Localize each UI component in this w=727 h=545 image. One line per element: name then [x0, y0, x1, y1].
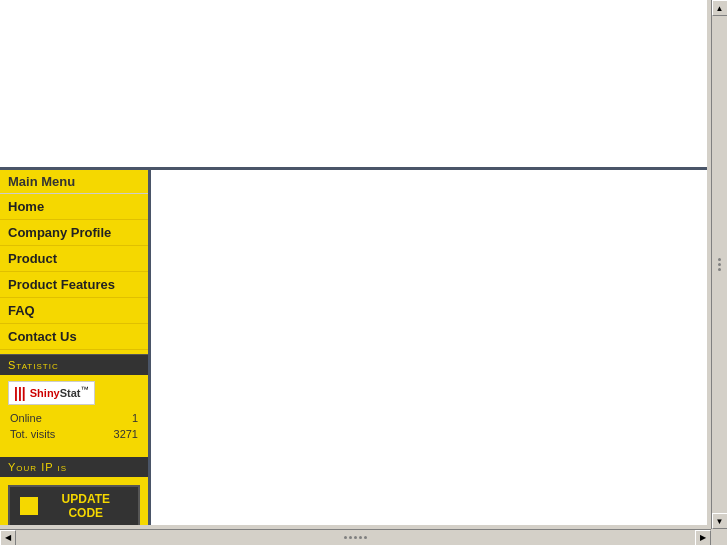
- statistic-body: ||| ShinyStat™ Online 1 Tot. visits 3271: [0, 375, 148, 449]
- grip-dot-h: [364, 536, 367, 539]
- stat-row-visits: Tot. visits 3271: [10, 427, 138, 441]
- stat-text: Stat: [60, 388, 81, 400]
- stat-label-online: Online: [10, 411, 92, 425]
- nav-item-product[interactable]: Product: [0, 246, 148, 272]
- your-ip-section-header: Your IP is: [0, 457, 148, 477]
- trademark-symbol: ™: [81, 385, 89, 394]
- shinystat-logo-icon: |||: [14, 385, 26, 401]
- update-icon: [20, 497, 38, 515]
- main-content: [148, 170, 707, 525]
- grip-dot-h: [354, 536, 357, 539]
- stat-value-online: 1: [94, 411, 138, 425]
- svg-marker-0: [32, 502, 35, 506]
- your-ip-body: UPDATE CODE: [0, 477, 148, 525]
- main-menu-header: Main Menu: [0, 170, 148, 194]
- page-wrapper: Main Menu Home Company Profile Product P…: [0, 0, 707, 525]
- scroll-right-button[interactable]: ▶: [695, 530, 711, 546]
- main-row: Main Menu Home Company Profile Product P…: [0, 170, 707, 525]
- shinystat-widget[interactable]: ||| ShinyStat™: [8, 381, 95, 405]
- scroll-track-horizontal: [16, 530, 695, 546]
- grip-dot-h: [359, 536, 362, 539]
- grip-dot-h: [344, 536, 347, 539]
- update-code-label: UPDATE CODE: [44, 492, 128, 520]
- scroll-grip: [712, 16, 728, 513]
- nav-item-company-profile[interactable]: Company Profile: [0, 220, 148, 246]
- stat-row-online: Online 1: [10, 411, 138, 425]
- nav-item-contact-us[interactable]: Contact Us: [0, 324, 148, 350]
- right-scrollbar[interactable]: ▲ ▼: [711, 0, 727, 529]
- top-banner: [0, 0, 707, 170]
- stat-table: Online 1 Tot. visits 3271: [8, 409, 140, 443]
- nav-item-home[interactable]: Home: [0, 194, 148, 220]
- grip-dot: [718, 268, 721, 271]
- stat-value-visits: 3271: [94, 427, 138, 441]
- nav-item-product-features[interactable]: Product Features: [0, 272, 148, 298]
- grip-dot: [718, 263, 721, 266]
- grip-dot-h: [349, 536, 352, 539]
- sidebar: Main Menu Home Company Profile Product P…: [0, 170, 148, 525]
- grip-dot: [718, 258, 721, 261]
- refresh-icon: [22, 499, 36, 513]
- browser-frame: ▲ ▼ ◀ ▶: [0, 0, 727, 545]
- shiny-text: Shiny: [30, 388, 60, 400]
- bottom-scrollbar[interactable]: ◀ ▶: [0, 529, 711, 545]
- update-code-button[interactable]: UPDATE CODE: [8, 485, 140, 525]
- scroll-corner: [711, 529, 727, 545]
- scroll-down-button[interactable]: ▼: [712, 513, 728, 529]
- scroll-track-vertical: [712, 16, 728, 513]
- shinystat-brand-label: ShinyStat™: [30, 385, 89, 400]
- scroll-left-button[interactable]: ◀: [0, 530, 16, 546]
- stat-label-visits: Tot. visits: [10, 427, 92, 441]
- statistic-section-header: Statistic: [0, 354, 148, 375]
- nav-item-faq[interactable]: FAQ: [0, 298, 148, 324]
- scroll-up-button[interactable]: ▲: [712, 0, 728, 16]
